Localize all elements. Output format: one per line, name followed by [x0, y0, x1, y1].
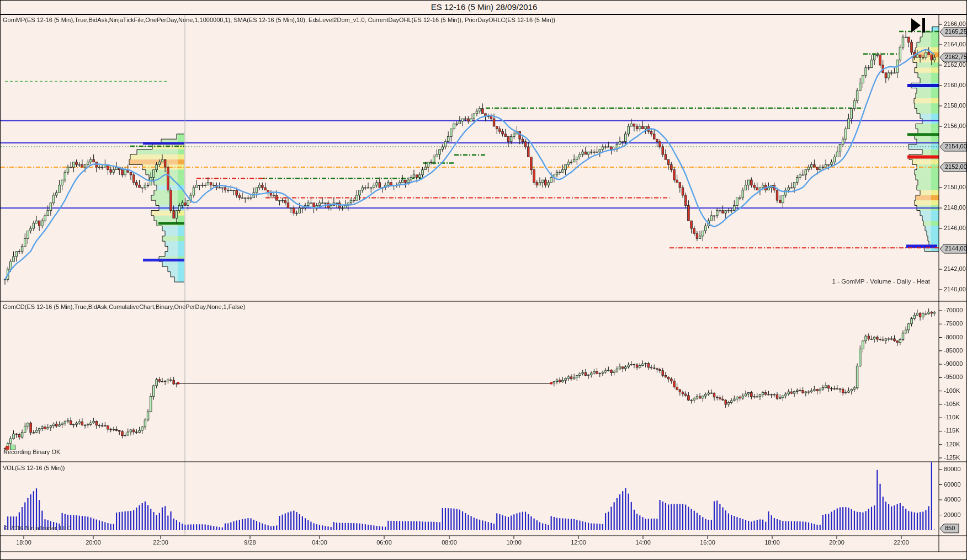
volume-axis-label: 40000	[944, 496, 961, 503]
time-axis-label: 06:00	[376, 539, 392, 546]
price-axis-label: 2140,00	[944, 286, 966, 292]
price-marker: 2154,00	[945, 143, 967, 150]
price-marker: 2165,25	[945, 28, 967, 35]
time-axis-label: 9/28	[244, 539, 256, 546]
time-axis-label: 12:00	[571, 539, 586, 546]
price-axis-label: 2142,00	[944, 265, 966, 272]
time-axis-label: 10:00	[506, 539, 522, 546]
recording-status-text: Recording Binary OK	[3, 449, 60, 455]
play-triangle-icon	[911, 18, 921, 33]
price-axis-label: 2158,00	[944, 102, 966, 109]
delta-axis-label: -110K	[944, 414, 960, 420]
time-axis-label: 14:00	[635, 539, 651, 546]
price-axis-label: 2146,00	[944, 225, 966, 231]
delta-axis-label: -70000	[944, 307, 963, 313]
time-axis-label: 22:00	[894, 539, 909, 546]
time-axis-label: 20:00	[86, 539, 101, 546]
time-axis-label: 18:00	[16, 539, 31, 546]
volume-marker: 850	[945, 525, 955, 531]
delta-axis-label: -125K	[944, 454, 960, 461]
time-axis-label: 22:00	[153, 539, 168, 546]
delta-axis-label: -100K	[944, 387, 960, 394]
delta-axis-label: -115K	[944, 427, 960, 434]
price-marker: 2144,00	[945, 245, 967, 252]
volume-axis-label: 60000	[944, 481, 961, 488]
delta-axis-label: -80000	[944, 334, 963, 340]
delta-axis-label: -120K	[944, 441, 960, 447]
price-panel-indicator-label: GomMP(ES 12-16 (5 Min),True,BidAsk,Ninja…	[3, 17, 555, 23]
time-axis-label: 04:00	[312, 539, 327, 546]
price-marker: 2152,00	[945, 163, 967, 170]
price-axis-label: 2150,00	[944, 184, 966, 190]
chart-canvas[interactable]	[1, 1, 967, 560]
time-axis-label: 16:00	[700, 539, 715, 546]
time-axis-label: 08:00	[442, 539, 457, 546]
window-title: ES 12-16 (5 Min) 28/09/2016	[1, 1, 967, 14]
price-axis-label: 2156,00	[944, 122, 966, 129]
delta-axis-label: -95000	[944, 374, 963, 380]
delta-axis-label: -90000	[944, 360, 963, 367]
go-to-last-bar-icon[interactable]	[911, 18, 926, 33]
volume-axis-label: 20000	[944, 511, 961, 518]
price-axis-label: 2164,00	[944, 41, 966, 47]
delta-panel-indicator-label: GomCD(ES 12-16 (5 Min),True,BidAsk,Cumul…	[3, 303, 245, 310]
delta-axis-label: -85000	[944, 347, 963, 354]
time-axis-label: 20:00	[829, 539, 844, 546]
delta-axis-label: -75000	[944, 320, 963, 327]
price-axis-label: 2166,00	[944, 20, 966, 27]
delta-axis-label: -105K	[944, 401, 960, 407]
volume-axis-label: 80000	[944, 466, 961, 472]
profile-settings-label: 1 - GomMP - Volume - Daily - Heat	[832, 278, 930, 285]
chart-window: ES 12-16 (5 Min) 28/09/2016 GomMP(ES 12-…	[0, 0, 967, 560]
price-axis-label: 2160,00	[944, 82, 966, 88]
copyright-text: © 2016 NinjaTrader, LLC	[4, 525, 71, 531]
time-axis-label: 18:00	[764, 539, 780, 546]
price-axis-label: 2148,00	[944, 204, 966, 211]
play-bar-icon	[922, 18, 925, 33]
price-axis-label: 2162,00	[944, 61, 966, 68]
price-marker: 2162,75	[945, 54, 967, 60]
volume-panel-indicator-label: VOL(ES 12-16 (5 Min))	[3, 465, 65, 471]
